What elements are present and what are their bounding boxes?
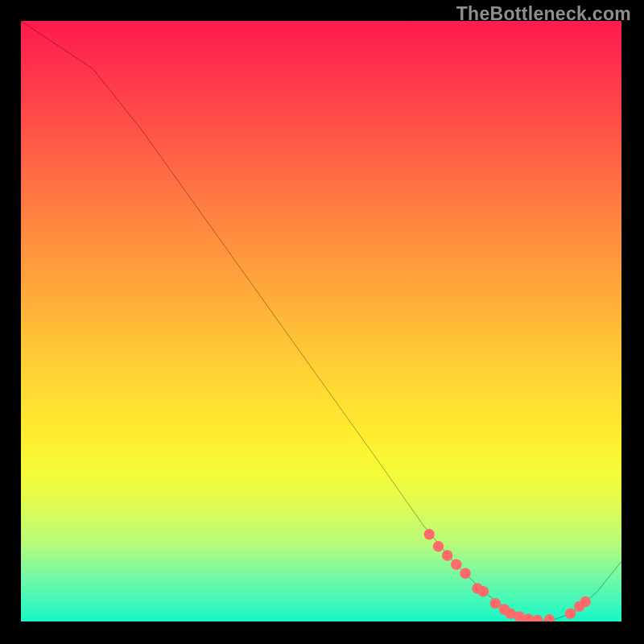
marker-point [433,541,444,551]
marker-point [565,609,576,619]
marker-group [424,529,591,621]
marker-point [424,529,435,539]
chart-container: TheBottleneck.com [0,0,644,644]
watermark-text: TheBottleneck.com [456,3,631,25]
marker-point [580,597,591,607]
marker-point [532,615,543,621]
marker-point [442,550,452,560]
plot-area [21,21,621,621]
marker-point [460,568,470,579]
chart-overlay [21,21,621,621]
marker-point [478,586,489,597]
marker-point [490,598,501,609]
marker-point [451,559,461,569]
curve-line [21,21,621,621]
marker-point [544,614,555,621]
